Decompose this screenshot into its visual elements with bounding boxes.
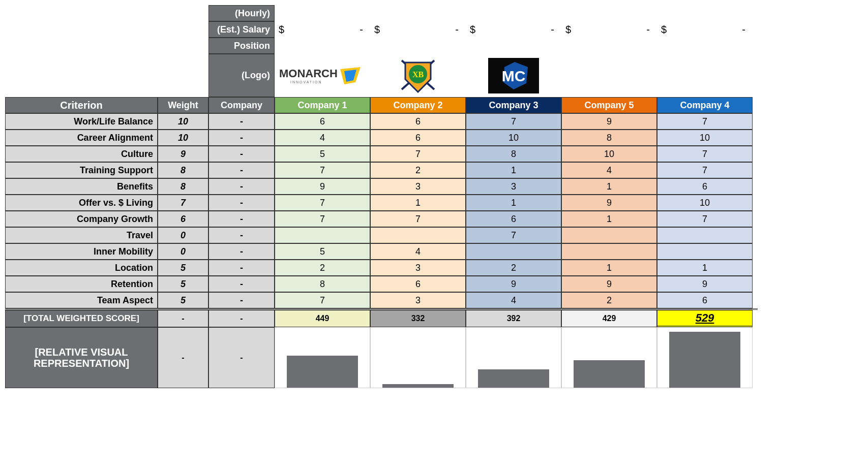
value-cell: 7 bbox=[466, 227, 561, 243]
salary-c2: $- bbox=[370, 21, 466, 38]
value-cell: 4 bbox=[275, 130, 370, 146]
criterion-label: Training Support bbox=[5, 162, 158, 178]
criterion-label: Career Alignment bbox=[5, 130, 158, 146]
value-cell: 7 bbox=[275, 195, 370, 211]
logo-company-5 bbox=[657, 54, 753, 97]
value-cell: 7 bbox=[275, 211, 370, 227]
weight-header: Weight bbox=[158, 97, 208, 113]
value-cell: 5 bbox=[275, 146, 370, 162]
value-cell: 10 bbox=[657, 130, 753, 146]
bar-fill-c4 bbox=[574, 360, 645, 388]
value-cell: 9 bbox=[657, 276, 753, 292]
criterion-label: Travel bbox=[5, 227, 158, 243]
table-row: Company Growth6-77617 bbox=[5, 211, 758, 227]
value-cell: 7 bbox=[275, 162, 370, 178]
table-row: Retention5-86999 bbox=[5, 276, 758, 292]
criterion-label: Team Aspect bbox=[5, 292, 158, 308]
bar-c2 bbox=[370, 327, 466, 388]
value-cell bbox=[275, 227, 370, 243]
dash-cell: - bbox=[208, 227, 275, 243]
salary-row: (Est.) Salary $- $- $- $- $- bbox=[5, 21, 758, 38]
value-cell: 5 bbox=[275, 243, 370, 260]
dash-cell: - bbox=[208, 243, 275, 260]
logo-company-1: MONARCHINNOVATION bbox=[275, 54, 370, 97]
totals-row: [TOTAL WEIGHTED SCORE] - - 449 332 392 4… bbox=[5, 308, 758, 327]
dash-cell: - bbox=[208, 146, 275, 162]
value-cell: 1 bbox=[370, 195, 466, 211]
table-row: Inner Mobility0-54 bbox=[5, 243, 758, 260]
visual-bars-row: [RELATIVE VISUAL REPRESENTATION] - - bbox=[5, 327, 758, 388]
value-cell bbox=[657, 243, 753, 260]
salary-c1: $- bbox=[275, 21, 370, 38]
table-row: Career Alignment10-4610810 bbox=[5, 130, 758, 146]
value-cell: 8 bbox=[466, 146, 561, 162]
value-cell: 1 bbox=[561, 211, 657, 227]
company-5-header: Company 5 bbox=[561, 97, 657, 113]
company-1-header: Company 1 bbox=[275, 97, 370, 113]
value-cell: 9 bbox=[561, 276, 657, 292]
svg-text:XB: XB bbox=[412, 70, 424, 79]
company-4-header: Company 4 bbox=[657, 97, 753, 113]
value-cell: 3 bbox=[370, 178, 466, 195]
bar-c3 bbox=[466, 327, 561, 388]
criterion-label: Company Growth bbox=[5, 211, 158, 227]
totals-dash-2: - bbox=[208, 310, 275, 327]
value-cell bbox=[561, 227, 657, 243]
value-cell: 4 bbox=[370, 243, 466, 260]
totals-dash-1: - bbox=[158, 310, 208, 327]
logo-row: (Logo) MONARCHINNOVATION XB MC bbox=[5, 54, 758, 97]
logo-company-2: XB bbox=[370, 54, 466, 97]
value-cell: 2 bbox=[561, 292, 657, 308]
value-cell: 10 bbox=[561, 146, 657, 162]
salary-c4: $- bbox=[561, 21, 657, 38]
dash-cell: - bbox=[208, 292, 275, 308]
table-row: Travel0-7 bbox=[5, 227, 758, 243]
weight-cell: 0 bbox=[158, 243, 208, 260]
company-header: Company bbox=[208, 97, 275, 113]
weight-cell: 5 bbox=[158, 260, 208, 276]
weight-cell: 10 bbox=[158, 130, 208, 146]
value-cell: 7 bbox=[657, 113, 753, 130]
score-c2: 332 bbox=[370, 310, 466, 327]
visual-label: [RELATIVE VISUAL REPRESENTATION] bbox=[5, 327, 158, 388]
dash-cell: - bbox=[208, 195, 275, 211]
weight-cell: 5 bbox=[158, 276, 208, 292]
value-cell: 6 bbox=[657, 292, 753, 308]
value-cell bbox=[370, 227, 466, 243]
value-cell: 7 bbox=[657, 146, 753, 162]
value-cell: 8 bbox=[275, 276, 370, 292]
value-cell: 7 bbox=[466, 113, 561, 130]
value-cell: 6 bbox=[466, 211, 561, 227]
bar-c5 bbox=[657, 327, 753, 388]
totals-label: [TOTAL WEIGHTED SCORE] bbox=[5, 310, 158, 327]
dash-cell: - bbox=[208, 113, 275, 130]
score-c3: 392 bbox=[466, 310, 561, 327]
table-row: Work/Life Balance10-66797 bbox=[5, 113, 758, 130]
value-cell: 3 bbox=[370, 260, 466, 276]
visual-dash-2: - bbox=[208, 327, 275, 388]
value-cell bbox=[561, 243, 657, 260]
value-cell: 1 bbox=[561, 260, 657, 276]
criteria-body: Work/Life Balance10-66797Career Alignmen… bbox=[5, 113, 758, 308]
dash-cell: - bbox=[208, 178, 275, 195]
value-cell: 1 bbox=[466, 162, 561, 178]
weight-cell: 6 bbox=[158, 211, 208, 227]
value-cell: 1 bbox=[466, 195, 561, 211]
weight-cell: 8 bbox=[158, 162, 208, 178]
weight-cell: 9 bbox=[158, 146, 208, 162]
value-cell: 6 bbox=[275, 113, 370, 130]
score-c4: 429 bbox=[561, 310, 657, 327]
value-cell: 3 bbox=[370, 292, 466, 308]
criterion-label: Culture bbox=[5, 146, 158, 162]
criterion-label: Offer vs. $ Living bbox=[5, 195, 158, 211]
criterion-label: Retention bbox=[5, 276, 158, 292]
value-cell: 1 bbox=[561, 178, 657, 195]
value-cell: 6 bbox=[370, 113, 466, 130]
position-row: Position bbox=[5, 38, 758, 54]
svg-text:INNOVATION: INNOVATION bbox=[290, 80, 322, 84]
company-2-header: Company 2 bbox=[370, 97, 466, 113]
score-c1: 449 bbox=[275, 310, 370, 327]
hourly-row: (Hourly) bbox=[5, 5, 758, 21]
value-cell: 7 bbox=[370, 211, 466, 227]
weight-cell: 8 bbox=[158, 178, 208, 195]
